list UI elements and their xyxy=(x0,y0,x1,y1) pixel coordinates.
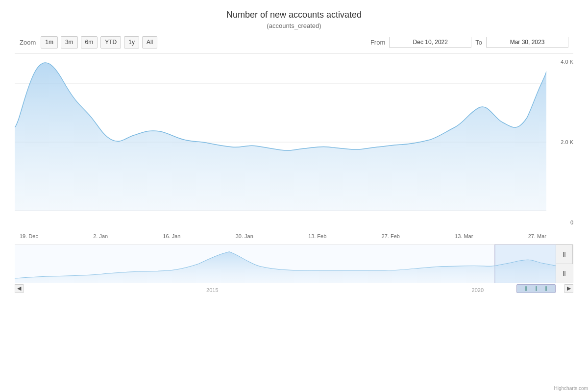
main-chart-area: 4.0 K 2.0 K 0 xyxy=(15,54,573,230)
chart-subtitle: (accounts_created) xyxy=(5,22,583,29)
x-label-feb13: 13. Feb xyxy=(308,233,326,239)
x-label-jan2: 2. Jan xyxy=(93,233,108,239)
svg-rect-6 xyxy=(564,252,565,257)
y-label-2k: 2.0 K xyxy=(549,139,573,145)
to-date-input[interactable] xyxy=(486,37,568,48)
x-label-mar27: 27. Mar xyxy=(528,233,546,239)
y-label-0: 0 xyxy=(549,220,573,225)
nav-x-labels: 2015 2020 xyxy=(15,287,556,293)
svg-rect-7 xyxy=(563,271,564,276)
chart-title: Number of new accounts activated xyxy=(5,10,583,20)
main-chart-svg xyxy=(15,54,546,230)
controls-row: Zoom 1m 3m 6m YTD 1y All From To xyxy=(5,36,583,53)
navigator-area: ◀ ▶ 2015 2020 xyxy=(15,244,573,293)
x-label-mar13: 13. Mar xyxy=(455,233,473,239)
zoom-3m-button[interactable]: 3m xyxy=(61,36,78,49)
zoom-label: Zoom xyxy=(20,39,36,46)
x-label-dec19: 19. Dec xyxy=(20,233,38,239)
zoom-ytd-button[interactable]: YTD xyxy=(100,36,121,49)
nav-scroll-right-button[interactable] xyxy=(556,264,573,283)
zoom-1y-button[interactable]: 1y xyxy=(124,36,139,49)
svg-rect-5 xyxy=(563,252,564,257)
to-label: To xyxy=(475,39,482,46)
nav-label-2020: 2020 xyxy=(472,287,484,293)
chart-container: Number of new accounts activated (accoun… xyxy=(0,0,588,392)
nav-scroll-left-button[interactable] xyxy=(556,245,573,264)
zoom-6m-button[interactable]: 6m xyxy=(81,36,98,49)
x-label-jan16: 16. Jan xyxy=(163,233,180,239)
svg-rect-8 xyxy=(564,271,565,276)
x-label-feb27: 27. Feb xyxy=(382,233,400,239)
from-label: From xyxy=(370,39,385,46)
x-axis-labels: 19. Dec 2. Jan 16. Jan 30. Jan 13. Feb 2… xyxy=(15,230,573,239)
y-axis-labels: 4.0 K 2.0 K 0 xyxy=(549,54,573,230)
nav-arrow-right-button[interactable]: ▶ xyxy=(564,284,573,293)
y-label-4k: 4.0 K xyxy=(549,59,573,65)
date-controls: From To xyxy=(370,37,568,48)
highcharts-credit: Highcharts.com xyxy=(554,386,588,391)
nav-label-2015: 2015 xyxy=(206,287,218,293)
navigator-svg[interactable] xyxy=(15,245,556,283)
zoom-1m-button[interactable]: 1m xyxy=(41,36,58,49)
from-date-input[interactable] xyxy=(389,37,471,48)
zoom-all-button[interactable]: All xyxy=(142,36,157,49)
x-label-jan30: 30. Jan xyxy=(236,233,253,239)
